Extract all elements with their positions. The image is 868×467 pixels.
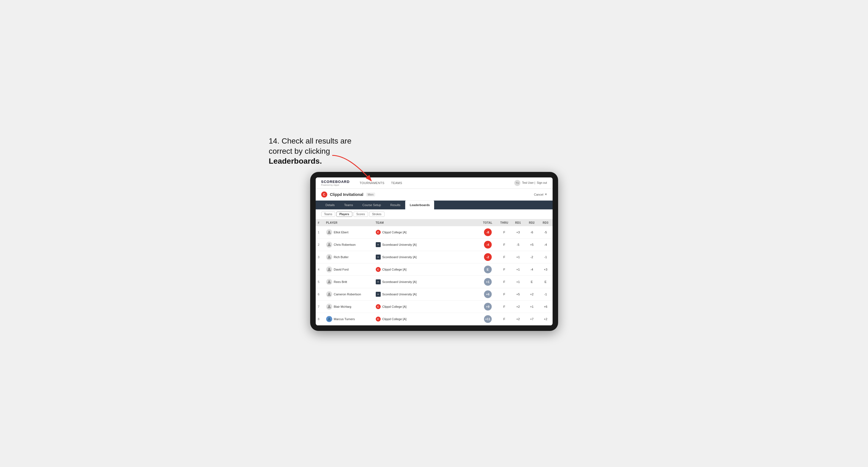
cell-rd1: -5 bbox=[511, 238, 525, 251]
tab-details[interactable]: Details bbox=[321, 200, 339, 209]
cell-team: CClippd College [A] bbox=[374, 313, 478, 325]
cell-rd2: -2 bbox=[525, 251, 539, 263]
instruction-block: 14. Check all results are correct by cli… bbox=[269, 136, 374, 166]
cell-team: CClippd College [A] bbox=[374, 263, 478, 276]
svg-point-2 bbox=[328, 243, 330, 245]
cell-rd1: +1 bbox=[511, 263, 525, 276]
cell-team: ≡Scoreboard University [A] bbox=[374, 238, 478, 251]
filter-scores[interactable]: Scores bbox=[353, 212, 368, 217]
col-team: TEAM bbox=[374, 219, 478, 226]
cell-rank: 1 bbox=[316, 226, 324, 239]
nav-tournaments[interactable]: TOURNAMENTS bbox=[360, 181, 384, 185]
tab-leaderboards[interactable]: Leaderboards bbox=[405, 200, 434, 209]
filter-strokes[interactable]: Strokes bbox=[369, 212, 384, 217]
player-name: Chris Robertson bbox=[334, 243, 355, 246]
cell-rd3: -1 bbox=[539, 251, 553, 263]
cell-rank: 4 bbox=[316, 263, 324, 276]
cell-team: ≡Scoreboard University [A] bbox=[374, 276, 478, 288]
cell-rd3: +6 bbox=[539, 300, 553, 313]
page-container: 14. Check all results are correct by cli… bbox=[269, 136, 599, 331]
table-body: 1Elliot EbertCClippd College [A]-8F+3-6-… bbox=[316, 226, 553, 325]
cell-rd2: E bbox=[525, 276, 539, 288]
cell-rd3: +3 bbox=[539, 263, 553, 276]
table-row: 4David FordCClippd College [A]EF+1-4+3 bbox=[316, 263, 553, 276]
svg-point-1 bbox=[328, 230, 330, 232]
player-avatar bbox=[326, 254, 332, 260]
team-name: Scoreboard University [A] bbox=[382, 280, 417, 283]
player-name: David Ford bbox=[334, 268, 349, 271]
cell-total: -2 bbox=[478, 251, 497, 263]
cell-team: CClippd College [A] bbox=[374, 300, 478, 313]
nav-teams[interactable]: TEAMS bbox=[391, 181, 402, 185]
cell-thru: F bbox=[497, 288, 511, 300]
logo-sub: Powered by clippd bbox=[321, 184, 350, 186]
cell-rank: 5 bbox=[316, 276, 324, 288]
player-name: Rich Butler bbox=[334, 255, 349, 259]
player-name: Blair McHarg bbox=[334, 305, 351, 308]
player-name: Marcus Turners bbox=[334, 317, 355, 321]
svg-point-4 bbox=[328, 268, 330, 270]
team-name: Clippd College [A] bbox=[382, 305, 407, 308]
cell-rank: 3 bbox=[316, 251, 324, 263]
team-logo: ≡ bbox=[376, 279, 381, 284]
cell-team: ≡Scoreboard University [A] bbox=[374, 251, 478, 263]
team-name: Scoreboard University [A] bbox=[382, 243, 417, 246]
cell-rd1: +5 bbox=[511, 288, 525, 300]
cell-thru: F bbox=[497, 238, 511, 251]
tab-course-setup[interactable]: Course Setup bbox=[358, 200, 385, 209]
player-avatar bbox=[326, 279, 332, 285]
filter-players[interactable]: Players bbox=[336, 212, 352, 217]
tab-teams[interactable]: Teams bbox=[340, 200, 357, 209]
table-row: 6Cameron Robertson≡Scoreboard University… bbox=[316, 288, 553, 300]
col-rd1: RD1 bbox=[511, 219, 525, 226]
cell-rd2: +7 bbox=[525, 313, 539, 325]
table-row: 3Rich Butler≡Scoreboard University [A]-2… bbox=[316, 251, 553, 263]
instruction-body: Check all results are correct by clickin… bbox=[269, 137, 351, 155]
score-badge: E bbox=[484, 266, 492, 273]
team-logo: ≡ bbox=[376, 292, 381, 297]
cell-total: +6 bbox=[478, 288, 497, 300]
team-name: Clippd College [A] bbox=[382, 230, 407, 234]
svg-point-8 bbox=[328, 317, 330, 319]
filter-teams[interactable]: Teams bbox=[321, 212, 335, 217]
tab-results[interactable]: Results bbox=[386, 200, 405, 209]
team-logo: C bbox=[376, 317, 381, 321]
cell-thru: F bbox=[497, 226, 511, 239]
cell-total: -8 bbox=[478, 226, 497, 239]
col-rd2: RD2 bbox=[525, 219, 539, 226]
cancel-button[interactable]: Cancel ✕ bbox=[534, 193, 547, 196]
top-navigation: SCOREBOARD Powered by clippd TOURNAMENTS… bbox=[316, 178, 553, 189]
nav-user-area: TU Test User | Sign out bbox=[514, 180, 547, 186]
cell-player: Marcus Turners bbox=[324, 313, 374, 325]
cell-rd2: -4 bbox=[525, 263, 539, 276]
sign-out-link[interactable]: Sign out bbox=[537, 181, 547, 184]
score-badge: +11 bbox=[484, 315, 492, 323]
cell-player: Chris Robertson bbox=[324, 238, 374, 251]
svg-point-5 bbox=[328, 280, 330, 282]
team-logo: C bbox=[376, 267, 381, 272]
nav-avatar: TU bbox=[514, 180, 520, 186]
cell-thru: F bbox=[497, 251, 511, 263]
score-badge: +6 bbox=[484, 290, 492, 298]
player-avatar bbox=[326, 242, 332, 248]
cell-thru: F bbox=[497, 313, 511, 325]
svg-point-7 bbox=[328, 305, 330, 307]
leaderboard-table: # PLAYER TEAM TOTAL THRU RD1 RD2 RD3 1El… bbox=[316, 219, 553, 325]
cell-total: +1 bbox=[478, 276, 497, 288]
cell-rank: 2 bbox=[316, 238, 324, 251]
cell-player: David Ford bbox=[324, 263, 374, 276]
score-badge: -8 bbox=[484, 228, 492, 236]
tablet-screen: SCOREBOARD Powered by clippd TOURNAMENTS… bbox=[316, 178, 553, 325]
sub-header: C Clippd Invitational Men Cancel ✕ bbox=[316, 189, 553, 200]
cell-total: +9 bbox=[478, 300, 497, 313]
score-badge: -2 bbox=[484, 253, 492, 261]
nav-username: Test User | bbox=[522, 181, 535, 184]
table-header-row: # PLAYER TEAM TOTAL THRU RD1 RD2 RD3 bbox=[316, 219, 553, 226]
table-row: 8Marcus TurnersCClippd College [A]+11F+2… bbox=[316, 313, 553, 325]
cell-rd2: +5 bbox=[525, 238, 539, 251]
cell-rd2: +1 bbox=[525, 300, 539, 313]
cell-total: -4 bbox=[478, 238, 497, 251]
player-name: Cameron Robertson bbox=[334, 292, 361, 296]
cell-rd3: -5 bbox=[539, 226, 553, 239]
col-rank: # bbox=[316, 219, 324, 226]
